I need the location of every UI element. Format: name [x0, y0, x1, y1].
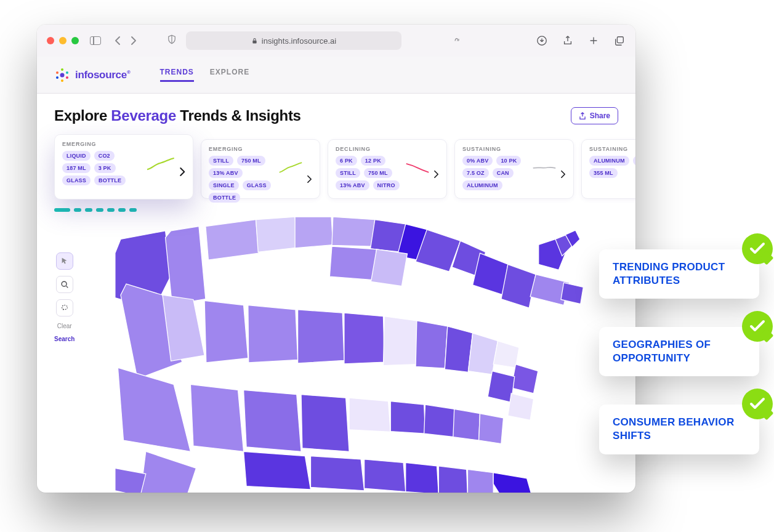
attribute-badge: GLASS	[243, 180, 271, 190]
sparkline-icon	[532, 159, 557, 175]
privacy-shield-icon[interactable]	[166, 34, 177, 47]
url-text: insights.infosource.ai	[262, 36, 336, 46]
attribute-badge: 750 ML	[237, 156, 265, 166]
attribute-badge: 12 PK	[361, 156, 385, 166]
card-label: SUSTAINING	[589, 146, 635, 152]
page-header-row: Explore Beverage Trends & Insights Share	[54, 107, 618, 124]
browser-right-controls	[536, 34, 626, 47]
attribute-badge: 13% ABV	[209, 168, 243, 178]
new-tab-icon[interactable]	[587, 34, 600, 47]
address-bar[interactable]: insights.infosource.ai	[186, 31, 401, 50]
attribute-badge: STILL	[209, 156, 233, 166]
svg-point-7	[61, 79, 63, 82]
card-label: EMERGING	[209, 146, 312, 152]
trend-card[interactable]: SUSTAININGALUMINUMCAN355 ML	[581, 139, 635, 199]
tabs-overview-icon[interactable]	[613, 34, 626, 47]
attribute-badge: LIQUID	[62, 151, 91, 161]
lasso-tool-icon[interactable]	[56, 299, 73, 316]
card-label: EMERGING	[62, 141, 185, 147]
badge-list: 0% ABV10 PK7.5 OZCANALUMINUM	[462, 156, 530, 190]
svg-point-4	[61, 68, 63, 71]
attribute-badge: 355 ML	[589, 168, 618, 178]
chevron-right-icon[interactable]	[307, 175, 312, 183]
check-badge-icon	[742, 233, 773, 264]
page-content: Explore Beverage Trends & Insights Share…	[37, 94, 635, 493]
search-map-button[interactable]: Search	[54, 336, 75, 342]
attribute-badge: 187 ML	[62, 163, 91, 173]
chevron-right-icon[interactable]	[179, 167, 186, 177]
svg-rect-2	[617, 37, 623, 43]
close-window-icon[interactable]	[47, 37, 54, 44]
map-container: Clear Search	[54, 218, 618, 493]
trend-card[interactable]: SUSTAINING0% ABV10 PK7.5 OZCANALUMINUM	[454, 139, 574, 199]
reload-button[interactable]	[449, 33, 465, 49]
chevron-right-icon[interactable]	[560, 170, 566, 179]
svg-point-9	[56, 71, 58, 74]
attribute-badge: BOTTLE	[209, 193, 240, 203]
share-button-label: Share	[590, 111, 610, 120]
badge-list: LIQUIDCO2187 ML3 PKGLASSBOTTLE	[62, 151, 143, 185]
trend-cards-row: EMERGINGLIQUIDCO2187 ML3 PKGLASSBOTTLEEM…	[54, 134, 618, 200]
check-badge-icon	[742, 311, 773, 342]
attribute-badge: GLASS	[62, 175, 91, 185]
browser-chrome: insights.infosource.ai	[37, 25, 635, 57]
badge-list: ALUMINUMCAN355 ML	[589, 156, 635, 178]
zoom-tool-icon[interactable]	[56, 276, 73, 293]
tab-explore[interactable]: EXPLORE	[210, 68, 249, 82]
attribute-badge: CO2	[94, 151, 115, 161]
sparkline-icon	[278, 159, 303, 175]
svg-point-8	[56, 76, 58, 79]
minimize-window-icon[interactable]	[59, 37, 67, 44]
sparkline-icon	[146, 155, 175, 173]
main-nav: TRENDS EXPLORE	[160, 68, 250, 82]
forward-button[interactable]	[126, 33, 142, 49]
logo-mark-icon	[54, 67, 70, 83]
logo[interactable]: infosource®	[54, 67, 131, 83]
attribute-badge: 10 PK	[496, 156, 521, 166]
tab-trends[interactable]: TRENDS	[160, 68, 194, 82]
attribute-badge: 6 PK	[336, 156, 357, 166]
downloads-icon[interactable]	[536, 34, 548, 47]
svg-point-5	[66, 71, 68, 74]
callout-geographies: GEOGRAPHIES OF OPPORTUNITY	[599, 327, 759, 376]
pointer-tool-icon[interactable]	[56, 252, 73, 270]
sidebar-toggle-icon[interactable]	[90, 36, 101, 45]
card-label: SUSTAINING	[462, 146, 566, 152]
attribute-badge: STILL	[336, 168, 360, 178]
callout-text: GEOGRAPHIES OF OPPORTUNITY	[613, 338, 746, 365]
svg-point-6	[66, 76, 68, 79]
share-button[interactable]: Share	[571, 107, 618, 124]
chevron-right-icon[interactable]	[433, 170, 439, 179]
attribute-badge: SINGLE	[209, 180, 239, 190]
back-button[interactable]	[110, 33, 126, 49]
attribute-badge: BOTTLE	[94, 175, 126, 185]
attribute-badge: 3 PK	[94, 163, 116, 173]
app-header: infosource® TRENDS EXPLORE	[37, 57, 635, 94]
browser-window: insights.infosource.ai infosource® TRE	[37, 25, 635, 493]
attribute-badge: ALUMINUM	[589, 156, 629, 166]
trend-card[interactable]: EMERGINGLIQUIDCO2187 ML3 PKGLASSBOTTLE	[54, 134, 193, 200]
badge-list: 6 PK12 PKSTILL750 ML13% ABVNITRO	[336, 156, 403, 190]
attribute-badge: CAN	[633, 156, 635, 166]
logo-text: infosource®	[75, 69, 131, 81]
callout-text: CONSUMER BEHAVIOR SHIFTS	[613, 416, 746, 443]
callout-trending-attributes: TRENDING PRODUCT ATTRIBUTES	[599, 249, 759, 299]
us-map[interactable]	[79, 206, 621, 493]
svg-point-10	[62, 281, 67, 286]
page-title: Explore Beverage Trends & Insights	[54, 107, 301, 124]
trend-card[interactable]: EMERGINGSTILL750 ML13% ABVSINGLEGLASSBOT…	[201, 139, 320, 199]
clear-selection-button[interactable]: Clear	[57, 323, 72, 329]
attribute-badge: 750 ML	[364, 168, 392, 178]
callout-consumer-shifts: CONSUMER BEHAVIOR SHIFTS	[599, 405, 759, 454]
badge-list: STILL750 ML13% ABVSINGLEGLASSBOTTLE	[209, 156, 276, 203]
share-icon[interactable]	[562, 34, 574, 47]
attribute-badge: 7.5 OZ	[462, 168, 489, 178]
attribute-badge: 0% ABV	[462, 156, 493, 166]
attribute-badge: CAN	[493, 168, 514, 178]
maximize-window-icon[interactable]	[71, 37, 79, 44]
svg-point-11	[62, 305, 67, 310]
attribute-badge: ALUMINUM	[462, 180, 502, 190]
svg-point-3	[60, 73, 65, 77]
map-toolbar: Clear Search	[54, 252, 75, 342]
trend-card[interactable]: DECLINING6 PK12 PKSTILL750 ML13% ABVNITR…	[328, 139, 447, 199]
